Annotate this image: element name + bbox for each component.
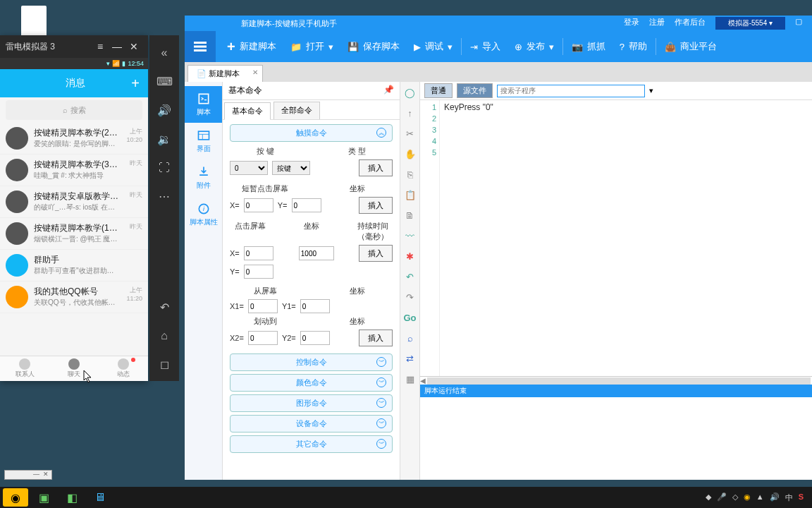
y2-input[interactable]: [300, 331, 330, 345]
add-icon[interactable]: +: [131, 75, 140, 92]
new-script-button[interactable]: +新建脚本: [220, 31, 283, 62]
desktop-file-icon[interactable]: [21, 6, 47, 37]
home-icon[interactable]: ⌂: [161, 329, 168, 342]
chat-item[interactable]: 按键精灵脚本教学(1)群烟锁横江一晋: @鸭王 魔音，来一个昨天: [0, 218, 148, 250]
key-select[interactable]: 0: [230, 161, 268, 175]
cmd-tab-all[interactable]: 全部命令: [273, 102, 320, 119]
taskbar-app-4[interactable]: 🖥: [87, 488, 113, 507]
wave-icon[interactable]: 〰: [405, 231, 414, 241]
save-button[interactable]: 💾保存脚本: [340, 31, 407, 62]
go-icon[interactable]: Go: [403, 313, 416, 323]
tray-icon[interactable]: ◆: [706, 492, 711, 503]
source-view-button[interactable]: 源文件: [457, 83, 493, 98]
publish-button[interactable]: ⊕发布 ▾: [508, 31, 561, 62]
document-tab[interactable]: 📄 新建脚本 ✕: [187, 65, 263, 82]
emulator-minimize-icon[interactable]: —: [109, 41, 125, 52]
back-icon[interactable]: ↶: [160, 301, 169, 314]
x2-input[interactable]: [248, 331, 278, 345]
normal-view-button[interactable]: 普通: [424, 83, 453, 98]
find-icon[interactable]: ⌕: [407, 333, 413, 344]
paste-icon[interactable]: 📋: [405, 190, 416, 200]
more-icon[interactable]: ⋯: [159, 190, 170, 203]
recent-icon[interactable]: ◻: [160, 358, 169, 371]
author-link[interactable]: 作者后台: [675, 17, 706, 30]
horizontal-scrollbar[interactable]: [427, 377, 811, 385]
redo-icon[interactable]: ↷: [406, 292, 414, 303]
insert-button[interactable]: 插入: [359, 329, 393, 346]
copy-icon[interactable]: ⎘: [407, 169, 413, 180]
insert-button[interactable]: 插入: [359, 245, 393, 262]
code-content[interactable]: KeyPress "0": [440, 100, 498, 376]
chat-item[interactable]: 按键精灵脚本教学(3)群哇嘞_賞 #: 求大神指导昨天: [0, 155, 148, 186]
type-select[interactable]: 按键: [272, 161, 310, 175]
collapse-icon[interactable]: «: [161, 47, 168, 59]
window-close-icon[interactable]: ▢: [795, 17, 802, 30]
tray-icon[interactable]: 🔊: [770, 492, 780, 503]
chat-item[interactable]: 我的其他QQ帐号关联QQ号，代收其他帐号好友消息。上午11:20: [0, 282, 148, 313]
simulator-badge[interactable]: 模拟器-5554 ▾: [715, 17, 785, 30]
hand-icon[interactable]: ✋: [405, 149, 416, 159]
circle-icon[interactable]: ◯: [405, 87, 415, 98]
emulator-close-icon[interactable]: ✕: [125, 41, 142, 52]
close-tab-icon[interactable]: ✕: [252, 68, 258, 76]
capture-button[interactable]: 📷抓抓: [565, 31, 613, 62]
tap-y-input[interactable]: [244, 265, 273, 279]
section-shape[interactable]: 图形命令︾: [230, 394, 393, 412]
tray-icon[interactable]: ◉: [744, 492, 751, 503]
taskbar-app-3[interactable]: ◧: [59, 488, 85, 507]
help-button[interactable]: ?帮助: [613, 31, 654, 62]
small-window[interactable]: — ✕: [4, 470, 52, 480]
tab-chat[interactable]: 聊天: [49, 356, 99, 381]
business-button[interactable]: 👜商业平台: [658, 31, 724, 62]
open-button[interactable]: 📁打开 ▾: [283, 31, 340, 62]
tray-icon[interactable]: 🎤: [717, 492, 727, 503]
cmd-tab-basic[interactable]: 基本命令: [224, 102, 271, 120]
doc-icon[interactable]: 🗎: [405, 210, 414, 221]
tab-contacts[interactable]: 联系人: [0, 356, 49, 381]
login-link[interactable]: 登录: [624, 17, 639, 30]
nav-script[interactable]: 脚本: [185, 86, 222, 123]
star-icon[interactable]: ✱: [406, 251, 414, 262]
nav-ui[interactable]: 界面: [185, 123, 222, 159]
dropdown-icon[interactable]: ▾: [649, 86, 653, 95]
chat-item[interactable]: 按键精灵安卓版教学VIP的破吖_…琴-s: ios版 在哪里下载啊 各位…昨天: [0, 186, 148, 218]
undo-icon[interactable]: ↶: [406, 272, 414, 282]
taskbar-app-1[interactable]: ◉: [3, 488, 28, 507]
insert-button[interactable]: 插入: [359, 197, 393, 214]
y1-input[interactable]: [300, 299, 330, 313]
emulator-menu-icon[interactable]: ≡: [92, 41, 109, 52]
nav-props[interactable]: i脚本属性: [185, 196, 222, 233]
duration-input[interactable]: [299, 246, 334, 260]
tray-ime[interactable]: 中: [785, 492, 793, 503]
x1-input[interactable]: [248, 299, 278, 313]
cut-icon[interactable]: ✂: [406, 128, 414, 139]
volume-down-icon[interactable]: 🔉: [157, 133, 171, 146]
register-link[interactable]: 注册: [649, 17, 665, 30]
nav-attach[interactable]: 附件: [185, 159, 222, 196]
section-control[interactable]: 控制命令︾: [230, 353, 393, 371]
search-bar[interactable]: ⌕ 搜索: [6, 100, 142, 120]
section-other[interactable]: 其它命令︾: [230, 435, 393, 453]
fullscreen-icon[interactable]: ⛶: [159, 162, 170, 174]
tap-x-input[interactable]: [244, 246, 273, 260]
volume-up-icon[interactable]: 🔊: [157, 104, 171, 117]
insert-button[interactable]: 插入: [359, 159, 393, 176]
tray-icon[interactable]: S: [799, 492, 804, 503]
y-input[interactable]: [292, 198, 321, 212]
app-logo-icon[interactable]: [185, 31, 216, 62]
chat-item[interactable]: 按键精灵脚本教学(2)群爱笑的眼睛: 是你写的脚本还是别人…上午10:20: [0, 123, 148, 155]
taskbar-app-2[interactable]: ▣: [31, 488, 56, 507]
section-device[interactable]: 设备命令︾: [230, 415, 393, 433]
import-button[interactable]: ⇥导入: [463, 31, 508, 62]
chat-item[interactable]: 群助手群助手可查看"收进群助手且不提醒"的群…: [0, 250, 148, 282]
up-icon[interactable]: ↑: [407, 108, 412, 119]
tray-icon[interactable]: ◇: [732, 492, 738, 503]
layout-icon[interactable]: ▦: [406, 374, 414, 385]
keyboard-icon[interactable]: ⌨: [156, 75, 173, 88]
pin-icon[interactable]: 📌: [383, 85, 394, 97]
x-input[interactable]: [244, 198, 273, 212]
tray-icon[interactable]: ▲: [756, 492, 764, 503]
tab-feed[interactable]: 动态: [99, 356, 148, 381]
replace-icon[interactable]: ⇄: [406, 353, 414, 364]
section-touch[interactable]: 触摸命令︽: [230, 124, 393, 142]
